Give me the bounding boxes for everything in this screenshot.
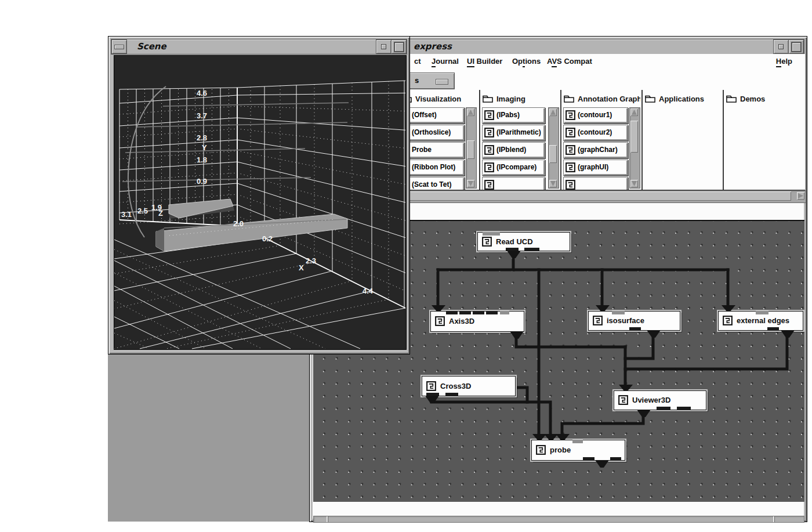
module-uviewer3d[interactable]: Uviewer3D bbox=[614, 390, 706, 410]
input-port[interactable] bbox=[612, 311, 625, 314]
minimize-button[interactable] bbox=[376, 39, 392, 54]
module-icon bbox=[618, 395, 628, 405]
scene-titlebar[interactable]: Scene bbox=[111, 39, 407, 55]
palette-category-applications[interactable]: Applications bbox=[645, 95, 722, 105]
wire-cross3d-to-probe[interactable] bbox=[432, 398, 550, 441]
menu-item-ct[interactable]: ct bbox=[414, 57, 421, 66]
wire-uviewer3d-to-probe[interactable] bbox=[562, 414, 643, 441]
menu-item-avs-compat[interactable]: AVS Compat bbox=[547, 57, 592, 66]
input-port[interactable] bbox=[756, 311, 768, 314]
grid-line bbox=[119, 183, 237, 191]
output-port[interactable] bbox=[445, 393, 458, 396]
output-port[interactable] bbox=[583, 457, 594, 461]
scroll-down-arrow[interactable] bbox=[549, 180, 557, 187]
palette-item-partial[interactable] bbox=[482, 177, 545, 191]
grid-line bbox=[119, 88, 237, 89]
palette-scrollbar-annotation-graphing[interactable] bbox=[629, 107, 640, 189]
input-port[interactable] bbox=[473, 311, 484, 314]
wire-axis3d-to-uviewer3d[interactable] bbox=[516, 335, 625, 347]
output-port[interactable] bbox=[677, 407, 691, 410]
palette-item--ipblend-[interactable]: (IPblend) bbox=[482, 142, 545, 158]
scrollbar-thumb[interactable] bbox=[630, 121, 638, 153]
scroll-down-arrow[interactable] bbox=[467, 180, 474, 187]
palette-item--ipcompare-[interactable]: (IPcompare) bbox=[482, 160, 545, 176]
maximize-button[interactable] bbox=[788, 39, 804, 54]
scrollbar-thumb[interactable] bbox=[549, 145, 557, 164]
window-menu-button[interactable] bbox=[111, 39, 127, 54]
wireframe-plot bbox=[114, 56, 406, 349]
output-port[interactable] bbox=[524, 248, 539, 251]
palette-category-visualization[interactable]: Visualization bbox=[401, 95, 478, 105]
palette-item--contour1-[interactable]: (contour1) bbox=[563, 107, 628, 124]
palette-item--contour2-[interactable]: (contour2) bbox=[563, 125, 628, 141]
option-menu-indicator-icon bbox=[436, 79, 448, 85]
scroll-down-arrow[interactable] bbox=[630, 180, 638, 187]
scroll-up-arrow[interactable] bbox=[549, 108, 557, 116]
menu-item-options[interactable]: Options bbox=[512, 57, 541, 66]
input-port[interactable] bbox=[500, 311, 509, 314]
workspace-horizontal-scrollbar[interactable] bbox=[313, 516, 804, 523]
express-window-title: express bbox=[414, 41, 452, 52]
palette-column-divider bbox=[641, 90, 643, 190]
palette-item--graphui-[interactable]: (graphUI) bbox=[563, 160, 628, 176]
palette-item-label: (IPabs) bbox=[496, 111, 520, 119]
input-port[interactable] bbox=[446, 311, 458, 314]
module-axis3d[interactable]: Axis3D bbox=[430, 311, 524, 332]
menu-item-journal[interactable]: Journal bbox=[432, 57, 459, 66]
input-port[interactable] bbox=[486, 311, 498, 314]
scene-window: Scene 4.63.72.8Y1.80.93.12.51.9Z2.00.22.… bbox=[108, 36, 410, 354]
scroll-up-arrow[interactable] bbox=[467, 108, 474, 116]
menu-item-help[interactable]: Help bbox=[776, 57, 792, 66]
palette-category-annotation-graphing[interactable]: Annotation Graphing bbox=[564, 95, 640, 105]
output-port[interactable] bbox=[629, 327, 641, 331]
grid-line bbox=[237, 93, 405, 95]
palette-scrollbar-imaging[interactable] bbox=[548, 107, 559, 189]
module-probe[interactable]: probe bbox=[531, 440, 625, 461]
wire-external-edges-to-uviewer3d[interactable] bbox=[625, 335, 787, 369]
palette-item--ipabs-[interactable]: (IPabs) bbox=[482, 107, 545, 124]
palette-category-imaging[interactable]: Imaging bbox=[483, 95, 559, 105]
grid-line bbox=[114, 240, 360, 349]
grid-line bbox=[140, 291, 372, 349]
palette-scrollbar-visualization[interactable] bbox=[466, 107, 477, 189]
module-isosurface[interactable]: isosurface bbox=[588, 311, 680, 331]
module-icon bbox=[435, 316, 445, 326]
palette-item-label: (graphUI) bbox=[578, 163, 608, 171]
input-port[interactable] bbox=[459, 311, 471, 314]
module-label: Axis3D bbox=[449, 317, 474, 325]
palette-item-partial[interactable] bbox=[563, 177, 628, 191]
palette-item-label: (IPblend) bbox=[496, 146, 526, 154]
palette-category-demos[interactable]: Demos bbox=[726, 95, 803, 105]
output-port[interactable] bbox=[767, 327, 779, 331]
axis-label-z: Z bbox=[158, 209, 163, 218]
scroll-right-arrow[interactable] bbox=[797, 192, 804, 200]
input-port[interactable] bbox=[572, 440, 583, 443]
wire-isosurface-to-uviewer3d[interactable] bbox=[625, 335, 653, 359]
minimize-button[interactable] bbox=[773, 39, 789, 54]
module-cross3d[interactable]: Cross3D bbox=[422, 376, 516, 396]
output-port[interactable] bbox=[610, 457, 621, 461]
scrollbar-thumb[interactable] bbox=[467, 140, 474, 159]
grid-line bbox=[114, 249, 325, 349]
axis-label-4-4: 4.4 bbox=[362, 287, 373, 295]
module-external-edges[interactable]: external edges bbox=[718, 311, 803, 331]
module-icon bbox=[484, 110, 494, 120]
palette-item--iparithmetic-[interactable]: (IParithmetic) bbox=[482, 125, 545, 141]
scroll-up-arrow[interactable] bbox=[630, 108, 638, 116]
maximize-button[interactable] bbox=[391, 39, 407, 54]
menu-item-ui-builder[interactable]: UI Builder bbox=[467, 57, 502, 66]
palette-item-label: (Offset) bbox=[412, 111, 437, 119]
scene-3d-viewport[interactable]: 4.63.72.8Y1.80.93.12.51.9Z2.00.22.3X4.4 bbox=[114, 55, 407, 350]
grid-line bbox=[136, 122, 347, 127]
grid-line bbox=[125, 149, 305, 153]
module-read-ucd[interactable]: Read UCD bbox=[477, 232, 570, 251]
axis-label-2-3: 2.3 bbox=[306, 256, 316, 265]
output-port[interactable] bbox=[657, 407, 670, 410]
wire-cross3d-to-probe-jog[interactable] bbox=[517, 388, 527, 402]
input-port[interactable] bbox=[483, 232, 500, 236]
desktop: express ctJournalUI BuilderOptionsAVS Co… bbox=[0, 0, 812, 532]
module-icon bbox=[566, 145, 575, 155]
folder-icon bbox=[564, 95, 574, 103]
axis-label-3-1: 3.1 bbox=[121, 210, 132, 219]
palette-item--graphchar-[interactable]: (graphChar) bbox=[563, 142, 628, 158]
